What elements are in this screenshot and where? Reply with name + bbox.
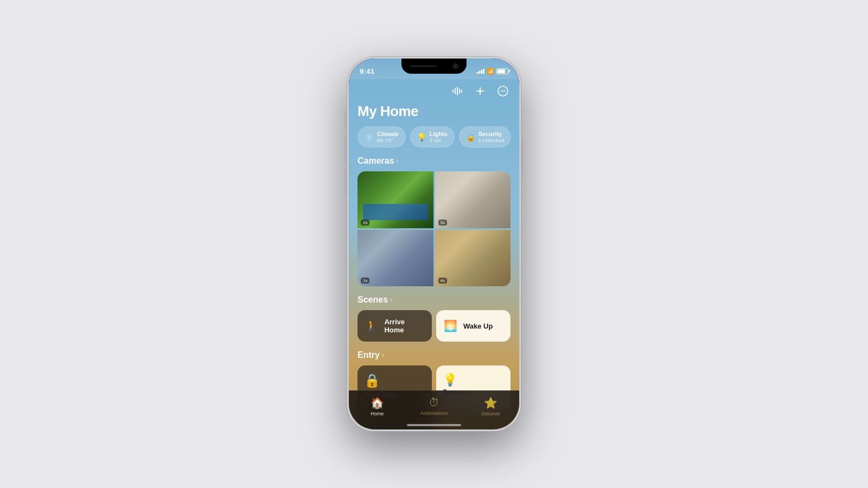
scenes-section: Scenes › 🚶 Arrive Home 🌅 Wake Up [349,295,519,350]
entry-title: Entry [358,350,380,360]
scene-arrive-home-label: Arrive Home [384,318,425,334]
camera-4-timestamp: 4s [438,278,447,284]
lights-icon: 💡 [417,133,426,142]
app-content: My Home ❄️ Climate 68–72° 💡 [349,79,519,429]
home-tab-label: Home [371,411,384,416]
add-button[interactable] [473,84,488,99]
phone-frame: 9:41 📶 [347,57,521,431]
status-time: 9:41 [360,67,374,75]
scroll-area[interactable]: My Home ❄️ Climate 68–72° 💡 [349,79,519,429]
camera-4[interactable]: 4s [435,230,511,287]
sconces-icon: 💡 [443,373,504,387]
scene-wake-up[interactable]: 🌅 Wake Up [436,310,510,342]
signal-icon [476,69,484,74]
home-tab-icon: 🏠 [371,396,384,409]
entry-chevron-icon: › [382,351,384,359]
cameras-section: Cameras › 2s 3s 1s [349,156,519,295]
siri-button[interactable] [450,84,465,99]
wake-up-icon: 🌅 [443,319,458,332]
scene-arrive-home[interactable]: 🚶 Arrive Home [358,310,432,342]
screen-content: 9:41 📶 [349,59,519,429]
lock-icon: 🔒 [364,373,425,388]
camera-grid: 2s 3s 1s 4s [358,171,510,286]
discover-tab-icon: ⭐ [484,396,497,409]
cameras-title: Cameras [358,156,394,166]
svg-point-3 [504,91,505,92]
arrive-home-icon: 🚶 [364,319,379,332]
climate-icon: ❄️ [365,133,374,142]
pill-security[interactable]: 🔒 Security 1 Unlocked [459,126,512,147]
power-button[interactable] [521,138,524,176]
camera-2[interactable]: 3s [435,171,511,228]
cameras-section-header[interactable]: Cameras › [358,156,510,166]
tab-home[interactable]: 🏠 Home [349,395,406,416]
front-camera [453,63,458,69]
automations-tab-label: Automations [420,410,448,416]
pill-climate-sub: 68–72° [377,137,399,143]
camera-3-timestamp: 1s [361,278,369,284]
tab-discover[interactable]: ⭐ Discover [462,395,519,416]
volume-down-button[interactable] [344,168,347,195]
category-pills: ❄️ Climate 68–72° 💡 Lights 3 On [349,126,519,156]
pill-security-sub: 1 Unlocked [478,137,505,143]
notch [401,59,467,74]
security-icon: 🔒 [466,133,475,142]
discover-tab-label: Discover [481,411,500,416]
scene-wake-up-label: Wake Up [463,322,493,330]
pill-climate[interactable]: ❄️ Climate 68–72° [358,126,406,147]
scenes-chevron-icon: › [390,296,392,304]
toolbar [349,79,519,101]
camera-1-timestamp: 2s [361,220,369,226]
camera-1[interactable]: 2s [358,171,433,228]
more-button[interactable] [495,84,510,99]
speaker [410,65,437,67]
pill-lights[interactable]: 💡 Lights 3 On [410,126,455,147]
page-title-section: My Home [349,101,519,126]
mute-button[interactable] [344,111,347,127]
entry-section-header[interactable]: Entry › [358,350,510,360]
pill-security-label: Security [478,131,505,137]
pill-climate-label: Climate [377,131,399,137]
pill-lights-sub: 3 On [430,137,448,143]
siri-waves-icon [452,86,462,96]
phone-screen: 9:41 📶 [349,59,519,429]
camera-3[interactable]: 1s [358,230,433,287]
status-icons: 📶 [476,68,508,75]
camera-2-timestamp: 3s [438,220,447,226]
status-bar: 9:41 📶 [349,59,519,79]
automations-tab-icon: ⏱ [429,396,439,409]
tab-automations[interactable]: ⏱ Automations [406,395,463,416]
pill-lights-label: Lights [430,131,448,137]
volume-up-button[interactable] [344,136,347,163]
scenes-section-header[interactable]: Scenes › [358,295,510,305]
page-title: My Home [358,103,510,120]
battery-icon [496,68,508,74]
home-indicator [407,424,461,426]
scenes-title: Scenes [358,295,388,305]
svg-point-1 [500,91,501,92]
wifi-icon: 📶 [487,68,494,75]
scenes-grid: 🚶 Arrive Home 🌅 Wake Up [358,310,510,342]
svg-point-2 [502,91,503,92]
cameras-chevron-icon: › [397,157,399,165]
